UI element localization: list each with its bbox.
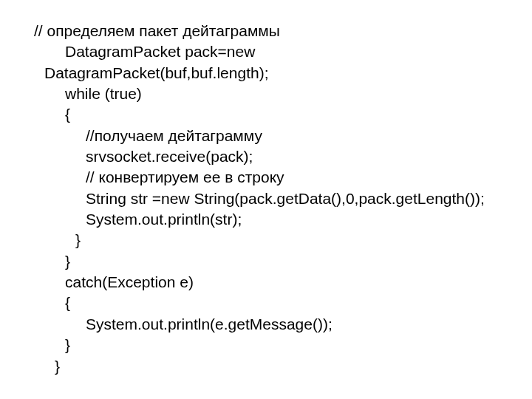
- code-line: }: [34, 356, 498, 377]
- code-line: }: [34, 230, 498, 250]
- code-line: System.out.println(e.getMessage());: [34, 314, 498, 335]
- code-line: {: [34, 104, 498, 125]
- code-line: System.out.println(str);: [34, 209, 498, 230]
- slide: // определяем пакет дейтаграммы Datagram…: [0, 0, 532, 377]
- code-line: //получаем дейтаграмму: [34, 126, 498, 146]
- code-line: srvsocket.receive(pack);: [34, 146, 498, 167]
- code-line: // конвертируем ее в строку: [34, 167, 498, 188]
- code-line: catch(Exception e): [34, 272, 498, 293]
- code-line: }: [34, 251, 498, 272]
- code-line: String str =new String(pack.getData(),0,…: [34, 188, 498, 209]
- code-line: // определяем пакет дейтаграммы: [34, 21, 498, 41]
- code-line: while (true): [34, 83, 498, 104]
- code-line: DatagramPacket(buf,buf.length);: [34, 63, 498, 83]
- code-line: {: [34, 293, 498, 313]
- code-line: DatagramPacket pack=new: [34, 41, 498, 62]
- code-line: }: [34, 335, 498, 355]
